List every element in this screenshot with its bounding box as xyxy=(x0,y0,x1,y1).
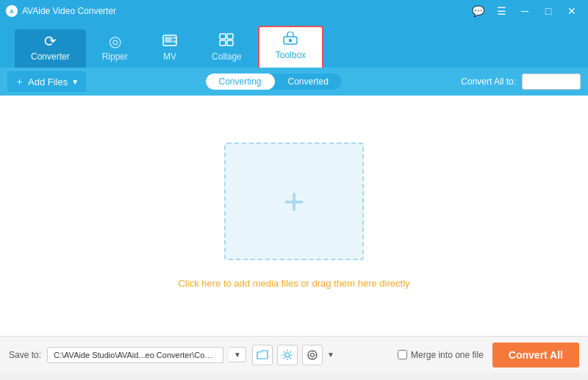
tab-converter[interactable]: ⟳ Converter xyxy=(15,29,86,68)
footer-icons: ▼ xyxy=(252,345,334,365)
merge-checkbox-input[interactable] xyxy=(398,350,407,359)
drop-zone-text: Click here to add media files or drag th… xyxy=(178,278,409,289)
nav-bar: ⟳ Converter ◎ Ripper MV Collage xyxy=(0,22,588,68)
save-to-label: Save to: xyxy=(9,350,41,360)
folder-icon-button[interactable] xyxy=(252,345,273,365)
config-icon-button[interactable] xyxy=(302,345,323,365)
converted-tab[interactable]: Converted xyxy=(275,74,342,90)
converter-icon: ⟳ xyxy=(44,34,57,49)
settings-icon-button[interactable] xyxy=(277,345,298,365)
title-bar: A AVAide Video Converter 💬 ☰ ─ □ ✕ xyxy=(0,0,588,22)
tab-mv-label: MV xyxy=(163,51,176,62)
maximize-button[interactable]: □ xyxy=(538,3,559,19)
drop-zone[interactable]: + xyxy=(224,143,364,260)
svg-rect-1 xyxy=(165,37,172,43)
title-bar-left: A AVAide Video Converter xyxy=(6,5,116,17)
svg-rect-4 xyxy=(220,34,226,39)
svg-rect-6 xyxy=(220,40,226,46)
svg-rect-3 xyxy=(173,40,176,43)
toolbox-icon xyxy=(282,32,298,47)
app-title: AVAide Video Converter xyxy=(22,6,116,16)
tab-switcher: Converting Converted xyxy=(206,74,342,90)
converting-tab[interactable]: Converting xyxy=(206,74,275,90)
toolbar: ＋ Add Files ▼ Converting Converted Conve… xyxy=(0,68,588,96)
tab-mv[interactable]: MV xyxy=(144,29,196,68)
convert-all-to-label: Convert All to: xyxy=(461,76,516,87)
footer-left: Save to: C:\AVAide Studio\AVAid...eo Con… xyxy=(9,345,390,365)
tab-toolbox[interactable]: Toolbox xyxy=(258,26,323,68)
svg-rect-9 xyxy=(289,39,292,42)
tab-collage[interactable]: Collage xyxy=(196,29,258,68)
dropdown-small-arrow: ▼ xyxy=(327,351,334,359)
merge-label: Merge into one file xyxy=(411,350,484,360)
path-dropdown-button[interactable]: ▼ xyxy=(229,347,246,362)
svg-rect-7 xyxy=(227,40,233,46)
title-bar-controls: 💬 ☰ ─ □ ✕ xyxy=(467,3,582,19)
toolbar-right: Convert All to: MP4 ▼ xyxy=(461,74,581,90)
add-plus-icon: + xyxy=(283,183,304,220)
add-icon: ＋ xyxy=(15,75,24,88)
dropdown-arrow-icon: ▼ xyxy=(71,78,79,86)
toolbar-left: ＋ Add Files ▼ xyxy=(7,71,86,92)
merge-checkbox[interactable]: Merge into one file xyxy=(398,350,484,360)
footer-right: Merge into one file Convert All xyxy=(398,343,579,368)
format-dropdown-icon: ▼ xyxy=(565,76,574,87)
format-selector[interactable]: MP4 ▼ xyxy=(522,74,581,90)
menu-button[interactable]: ☰ xyxy=(491,3,512,19)
add-files-button[interactable]: ＋ Add Files ▼ xyxy=(7,71,86,92)
tab-ripper[interactable]: ◎ Ripper xyxy=(86,29,144,68)
drop-text-highlight: here xyxy=(358,278,377,289)
add-files-label: Add Files xyxy=(28,76,68,87)
svg-rect-2 xyxy=(173,37,176,39)
collage-icon xyxy=(219,33,234,49)
format-value: MP4 xyxy=(528,76,547,87)
save-path-display: C:\AVAide Studio\AVAid...eo Converter\Co… xyxy=(47,347,223,363)
tab-ripper-label: Ripper xyxy=(102,51,128,62)
minimize-button[interactable]: ─ xyxy=(514,3,535,19)
drop-text-before: Click here to add media files or drag th… xyxy=(178,278,357,289)
convert-all-button[interactable]: Convert All xyxy=(492,343,579,368)
app-logo: A xyxy=(6,5,18,17)
message-button[interactable]: 💬 xyxy=(467,3,488,19)
close-button[interactable]: ✕ xyxy=(562,3,582,19)
main-content: + Click here to add media files or drag … xyxy=(0,96,588,336)
ripper-icon: ◎ xyxy=(109,34,121,49)
svg-rect-5 xyxy=(227,34,233,39)
footer: Save to: C:\AVAide Studio\AVAid...eo Con… xyxy=(0,336,588,373)
mv-icon xyxy=(162,34,177,49)
svg-point-10 xyxy=(285,353,290,357)
tab-collage-label: Collage xyxy=(212,51,242,62)
tab-converter-label: Converter xyxy=(31,51,70,62)
svg-point-12 xyxy=(310,353,314,356)
drop-text-after: directly xyxy=(377,278,410,289)
tab-toolbox-label: Toolbox xyxy=(276,50,306,60)
